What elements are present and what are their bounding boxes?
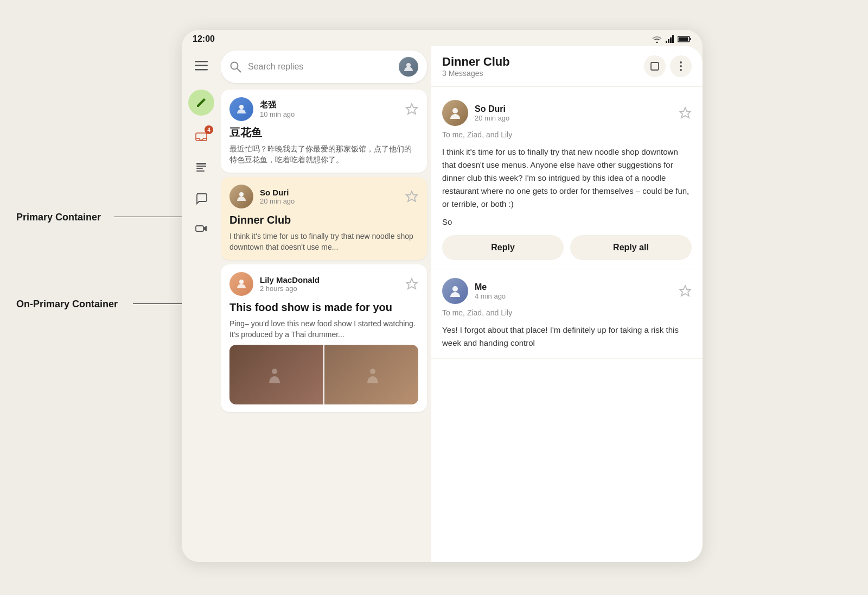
user-avatar[interactable] — [399, 57, 418, 77]
email-sender-2: So Duri — [260, 188, 399, 197]
star-button-3[interactable] — [405, 277, 418, 290]
svg-rect-10 — [196, 133, 207, 141]
square-button[interactable] — [644, 55, 666, 77]
reply-button[interactable]: Reply — [442, 235, 564, 260]
svg-rect-27 — [651, 62, 659, 70]
email-preview-2: I think it's time for us to finally try … — [229, 231, 418, 252]
email-subject-1: 豆花鱼 — [229, 125, 418, 140]
star-button-msg2[interactable] — [679, 284, 692, 298]
email-time-3: 2 hours ago — [260, 284, 399, 293]
header-actions — [644, 55, 692, 77]
message-item-soduri: So Duri 20 min ago To me, Ziad, and Lily… — [431, 91, 703, 269]
search-icon — [229, 61, 241, 73]
compose-button[interactable] — [188, 90, 214, 116]
svg-point-19 — [239, 105, 244, 109]
inbox-badge: 4 — [205, 125, 213, 134]
nav-rail: 4 — [182, 46, 221, 562]
message-thread[interactable]: So Duri 20 min ago To me, Ziad, and Lily… — [431, 87, 703, 562]
message-sender-name-soduri: So Duri — [475, 104, 672, 114]
svg-point-21 — [239, 192, 244, 197]
svg-rect-15 — [196, 226, 203, 231]
video-button[interactable] — [188, 216, 214, 242]
image-block-2 — [324, 345, 418, 404]
compose-icon — [195, 97, 207, 109]
svg-marker-34 — [680, 286, 691, 296]
video-icon — [195, 222, 208, 235]
message-to-me: To me, Ziad, and Lily — [442, 308, 692, 317]
svg-rect-0 — [666, 41, 667, 43]
svg-point-25 — [272, 369, 277, 374]
message-time-me: 4 min ago — [475, 292, 672, 300]
email-item-laoquiang[interactable]: 老强 10 min ago 豆花鱼 最近忙吗？昨晚我去了你最爱的那家饭馆，点了他… — [221, 90, 427, 173]
email-time-1: 10 min ago — [260, 110, 399, 118]
email-item-soduri[interactable]: So Duri 20 min ago Dinner Club I think i… — [221, 177, 427, 260]
star-button-1[interactable] — [405, 103, 418, 116]
svg-marker-32 — [680, 107, 691, 118]
email-sender-1: 老强 — [260, 100, 399, 110]
svg-point-31 — [452, 108, 458, 113]
message-time-soduri: 20 min ago — [475, 114, 672, 122]
svg-line-17 — [237, 68, 241, 72]
message-header-soduri: So Duri 20 min ago — [442, 100, 692, 126]
avatar-me — [442, 278, 468, 304]
avatar-soduri-detail — [442, 100, 468, 126]
svg-rect-14 — [196, 170, 205, 172]
email-preview-3: Ping– you'd love this new food show I st… — [229, 319, 418, 340]
message-item-me: Me 4 min ago To me, Ziad, and Lily Yes! … — [431, 269, 703, 359]
phone-frame: 12:00 — [182, 30, 703, 562]
email-list: Search replies — [221, 46, 431, 562]
email-meta-3: Lily MacDonald 2 hours ago — [260, 275, 399, 293]
more-options-button[interactable] — [670, 55, 692, 77]
inbox-button[interactable]: 4 — [188, 124, 214, 150]
message-body-soduri: I think it's time for us to finally try … — [442, 145, 692, 211]
svg-rect-11 — [196, 163, 206, 164]
annotation-line-primary — [114, 217, 184, 217]
email-preview-1: 最近忙吗？昨晚我去了你最爱的那家饭馆，点了他们的特色豆花鱼，吃着吃着就想你了。 — [229, 144, 418, 165]
star-button-msg1[interactable] — [679, 106, 692, 119]
message-meta-me: Me 4 min ago — [475, 282, 672, 300]
svg-rect-6 — [679, 37, 688, 41]
email-detail-title-group: Dinner Club 3 Messages — [442, 55, 510, 78]
svg-point-28 — [680, 61, 682, 64]
message-to-soduri: To me, Ziad, and Lily — [442, 130, 692, 139]
svg-marker-24 — [406, 278, 417, 289]
svg-rect-9 — [195, 69, 208, 71]
svg-point-33 — [452, 286, 458, 292]
wifi-icon — [652, 35, 662, 43]
hamburger-menu[interactable] — [188, 53, 214, 79]
svg-rect-12 — [196, 166, 206, 167]
signal-icon — [666, 35, 674, 43]
email-header-2: So Duri 20 min ago — [229, 185, 418, 208]
email-meta-1: 老强 10 min ago — [260, 100, 399, 118]
email-meta-2: So Duri 20 min ago — [260, 188, 399, 205]
message-body-me: Yes! I forgot about that place! I'm defi… — [442, 324, 692, 350]
email-image-preview — [229, 345, 418, 404]
main-content: 4 — [182, 46, 703, 562]
reply-all-button[interactable]: Reply all — [570, 235, 692, 260]
star-button-2[interactable] — [405, 190, 418, 203]
svg-rect-13 — [196, 168, 203, 169]
avatar-lily — [229, 272, 253, 296]
email-time-2: 20 min ago — [260, 197, 399, 205]
avatar-laoquiang — [229, 97, 253, 121]
annotation-line-on-primary — [133, 303, 184, 304]
chat-button[interactable] — [188, 185, 214, 211]
email-item-lily[interactable]: Lily MacDonald 2 hours ago This food sho… — [221, 264, 427, 412]
more-vert-icon — [680, 61, 682, 71]
hamburger-icon — [195, 61, 208, 71]
reply-actions: Reply Reply all — [442, 235, 692, 260]
svg-point-18 — [406, 63, 411, 67]
status-bar: 12:00 — [182, 30, 703, 46]
svg-point-26 — [370, 369, 375, 374]
svg-point-16 — [231, 62, 238, 69]
status-icons — [652, 35, 692, 43]
svg-marker-20 — [406, 104, 417, 114]
search-bar[interactable]: Search replies — [221, 50, 427, 83]
articles-button[interactable] — [188, 155, 214, 181]
on-primary-container-label: On-Primary Container — [16, 299, 118, 310]
image-block-1 — [229, 345, 323, 404]
email-subject-2: Dinner Club — [229, 213, 418, 227]
email-detail-subject: Dinner Club — [442, 55, 510, 69]
primary-container-label: Primary Container — [16, 212, 101, 223]
svg-point-29 — [680, 65, 682, 67]
